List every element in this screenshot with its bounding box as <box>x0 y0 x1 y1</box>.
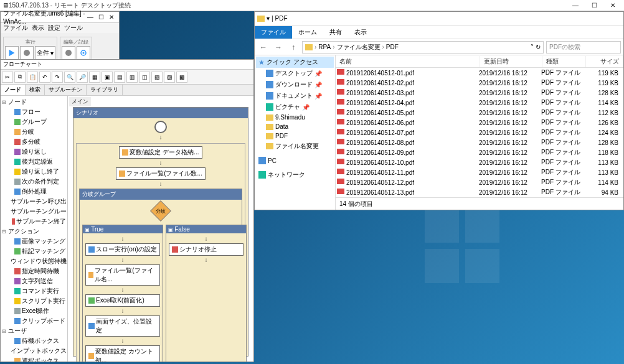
crumb-rpa[interactable]: RPA <box>318 44 331 50</box>
tree-item[interactable]: 指定時間待機 <box>2 266 66 276</box>
nav-up[interactable]: ↑ <box>287 41 300 54</box>
file-row[interactable]: 20191206140512-08.pdf2019/12/16 16:12PDF… <box>336 138 623 147</box>
nav-data[interactable]: Data <box>256 122 334 131</box>
tool-img1-icon[interactable]: ▦ <box>89 72 100 83</box>
tree-item[interactable]: 例外処理 <box>2 187 66 197</box>
file-row[interactable]: 20191206140512-03.pdf2019/12/16 16:12PDF… <box>336 88 623 98</box>
maximize-button[interactable]: ☐ <box>585 1 603 11</box>
node-file-list2[interactable]: ファイル一覧(ファイル名... <box>85 264 160 286</box>
crumb-pdf[interactable]: PDF <box>386 44 399 50</box>
tree-item[interactable]: サブルーチン呼び出し <box>2 197 66 207</box>
winactor-maximize[interactable]: ☐ <box>96 14 106 21</box>
tab-library[interactable]: ライブラリ <box>87 85 123 95</box>
flowchart-canvas[interactable]: メイン シナリオ ↓ 変数値設定 データ格納... ↓ ファイル一覧(ファイル数… <box>68 96 253 362</box>
tab-node[interactable]: ノード <box>1 85 26 95</box>
tool-img4-icon[interactable]: ▥ <box>126 72 138 83</box>
nav-desktop[interactable]: デスクトップ 📌 <box>256 68 334 79</box>
tool-img5-icon[interactable]: ◫ <box>139 72 150 83</box>
tree-node-root[interactable]: ⊟ノード <box>2 97 66 107</box>
tree-item[interactable]: グループ <box>2 117 66 127</box>
tool-zoomout-icon[interactable]: 🔎 <box>77 72 88 83</box>
scenario-group[interactable]: シナリオ ↓ 変数値設定 データ格納... ↓ ファイル一覧(ファイル数... … <box>73 107 248 357</box>
tree-item[interactable]: サブルーチン終了 <box>2 217 66 226</box>
target-button[interactable] <box>77 46 90 60</box>
tree-item[interactable]: 繰り返し <box>2 147 66 157</box>
col-size[interactable]: サイズ <box>586 56 623 67</box>
nav-documents[interactable]: ドキュメント 📌 <box>256 90 334 101</box>
nav-forward[interactable]: → <box>272 41 285 54</box>
ribbon-share[interactable]: 共有 <box>323 26 348 39</box>
menu-settings[interactable]: 設定 <box>48 24 60 32</box>
tree-item[interactable]: Excel操作 <box>2 306 66 316</box>
tool-img7-icon[interactable]: ▨ <box>164 72 175 83</box>
tool-img3-icon[interactable]: ▤ <box>114 72 125 83</box>
tree-item[interactable]: 画像マッチング <box>2 236 66 246</box>
menu-view[interactable]: 表示 <box>32 24 44 32</box>
ribbon-file[interactable]: ファイル <box>255 26 292 39</box>
col-type[interactable]: 種類 <box>542 56 586 67</box>
quickbar-icon[interactable]: ▾ <box>267 15 270 22</box>
exec-dropdown[interactable]: 全件▾ <box>35 46 55 60</box>
branch-diamond[interactable]: 分岐 <box>150 200 171 222</box>
branch-group[interactable]: 分岐グループ 分岐 ▣ True ↓ スロー実行(on)の設定 ↓ ファイ <box>79 189 242 362</box>
start-node[interactable] <box>154 121 167 133</box>
tool-paste-icon[interactable]: 📋 <box>27 72 38 83</box>
breadcrumb[interactable]: › RPA › ファイル名変更 › PDF ˅ ↻ <box>302 41 544 54</box>
dropdown-icon[interactable]: ˅ <box>531 44 534 50</box>
nav-shimadu[interactable]: 9.Shimadu <box>256 113 334 122</box>
node-count-init[interactable]: 変数値設定 カウント初... <box>85 345 160 362</box>
nav-pc[interactable]: PC <box>256 156 334 166</box>
nav-pdf[interactable]: PDF <box>256 131 334 141</box>
tree-item[interactable]: ウィンドウ状態待機 <box>2 256 66 266</box>
col-date[interactable]: 更新日時 <box>480 56 542 67</box>
file-row[interactable]: 20191206140512-10.pdf2019/12/16 16:12PDF… <box>336 157 623 167</box>
winactor-close[interactable]: ✕ <box>106 14 116 21</box>
node-file-list[interactable]: ファイル一覧(ファイル数... <box>116 167 206 180</box>
tool-undo-icon[interactable]: ↶ <box>39 72 50 83</box>
tree-item[interactable]: サブルーチングループ <box>2 207 66 217</box>
tree-item[interactable]: 選択ボックス <box>2 356 66 362</box>
node-var-set[interactable]: 変数値設定 データ格納... <box>119 146 202 159</box>
nav-back[interactable]: ← <box>257 41 270 54</box>
tree-item[interactable]: 多分岐 <box>2 137 66 147</box>
tree-item[interactable]: 次の条件判定 <box>2 177 66 187</box>
file-row[interactable]: 20191206140512-01.pdf2019/12/16 16:12PDF… <box>336 68 623 78</box>
tree-user-root[interactable]: ⊟ユーザ <box>2 326 66 336</box>
tool-cut-icon[interactable]: ✂ <box>2 72 13 83</box>
tool-zoomin-icon[interactable]: 🔍 <box>64 72 75 83</box>
tree-item[interactable]: 待機ボックス <box>2 336 66 346</box>
file-row[interactable]: 20191206140512-13.pdf2019/12/16 16:12PDF… <box>336 187 623 197</box>
stop-button[interactable] <box>20 46 34 60</box>
tool-img6-icon[interactable]: ▧ <box>151 72 163 83</box>
play-button[interactable] <box>5 46 19 60</box>
close-button[interactable]: ✕ <box>604 1 622 11</box>
tool-copy-icon[interactable]: ⧉ <box>14 72 26 83</box>
node-excel-front[interactable]: Excel取K(前面化) <box>85 294 160 307</box>
file-row[interactable]: 20191206140512-06.pdf2019/12/16 16:12PDF… <box>336 118 623 128</box>
menu-file[interactable]: ファイル <box>3 24 28 32</box>
tree-item[interactable]: 繰り返し終了 <box>2 167 66 177</box>
menu-tool[interactable]: ツール <box>64 24 83 32</box>
file-row[interactable]: 20191206140512-05.pdf2019/12/16 16:12PDF… <box>336 108 623 118</box>
tree-item[interactable]: クリップボード <box>2 316 66 326</box>
node-slow-exec[interactable]: スロー実行(on)の設定 <box>85 243 160 256</box>
node-scenario-stop[interactable]: シナリオ停止 <box>169 243 243 256</box>
search-input[interactable]: PDFの検索 <box>546 41 621 54</box>
crumb-rename[interactable]: ファイル名変更 <box>337 43 381 52</box>
record-button[interactable] <box>62 46 75 60</box>
tree-item[interactable]: フロー <box>2 107 66 117</box>
ribbon-home[interactable]: ホーム <box>292 26 323 39</box>
tab-subroutine[interactable]: サブルーチン <box>45 85 87 95</box>
col-name[interactable]: 名前 <box>336 56 480 67</box>
tree-item[interactable]: 後判定繰返 <box>2 157 66 167</box>
tool-redo-icon[interactable]: ↷ <box>52 72 63 83</box>
tool-img8-icon[interactable]: ▩ <box>176 72 187 83</box>
tree-item[interactable]: 文字列送信 <box>2 276 66 286</box>
tab-search[interactable]: 検索 <box>26 85 45 95</box>
file-row[interactable]: 20191206140512-07.pdf2019/12/16 16:12PDF… <box>336 128 623 138</box>
nav-network[interactable]: ネットワーク <box>256 169 334 180</box>
tool-img2-icon[interactable]: ▣ <box>102 72 113 83</box>
nav-downloads[interactable]: ダウンロード 📌 <box>256 79 334 90</box>
file-row[interactable]: 20191206140512-11.pdf2019/12/16 16:12PDF… <box>336 167 623 177</box>
file-row[interactable]: 20191206140512-12.pdf2019/12/16 16:12PDF… <box>336 177 623 187</box>
